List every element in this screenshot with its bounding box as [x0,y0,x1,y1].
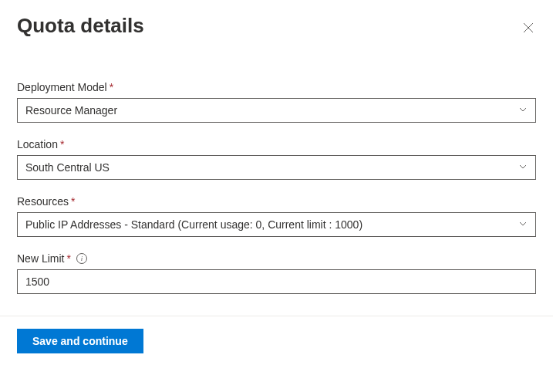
field-label-text: Location [17,138,58,150]
panel-footer: Save and continue [17,316,536,353]
new-limit-input[interactable] [17,269,536,294]
location-dropdown[interactable]: South Central US [17,155,536,180]
field-label-text: New Limit [17,252,64,265]
resources-label: Resources * [17,195,536,208]
dropdown-value: Resource Manager [25,104,117,117]
new-limit-label: New Limit * i [17,252,536,265]
required-asterisk: * [60,138,64,150]
info-icon[interactable]: i [76,253,87,264]
field-label-text: Deployment Model [17,81,107,93]
required-asterisk: * [110,81,113,93]
new-limit-field: New Limit * i [17,252,536,294]
location-label: Location * [17,138,536,150]
chevron-down-icon [518,161,528,174]
panel-header: Quota details [17,14,536,38]
page-title: Quota details [17,14,144,38]
deployment-model-field: Deployment Model * Resource Manager [17,81,536,123]
resources-dropdown[interactable]: Public IP Addresses - Standard (Current … [17,212,536,237]
close-button[interactable] [521,20,536,35]
resources-field: Resources * Public IP Addresses - Standa… [17,195,536,237]
location-field: Location * South Central US [17,138,536,180]
deployment-model-label: Deployment Model * [17,81,536,93]
dropdown-value: South Central US [25,161,110,174]
field-label-text: Resources [17,195,69,208]
close-icon [523,22,534,33]
deployment-model-dropdown[interactable]: Resource Manager [17,98,536,123]
dropdown-value: Public IP Addresses - Standard (Current … [25,218,362,231]
chevron-down-icon [518,104,528,117]
required-asterisk: * [71,195,75,208]
save-and-continue-button[interactable]: Save and continue [17,329,143,353]
chevron-down-icon [518,218,528,231]
required-asterisk: * [66,252,70,265]
